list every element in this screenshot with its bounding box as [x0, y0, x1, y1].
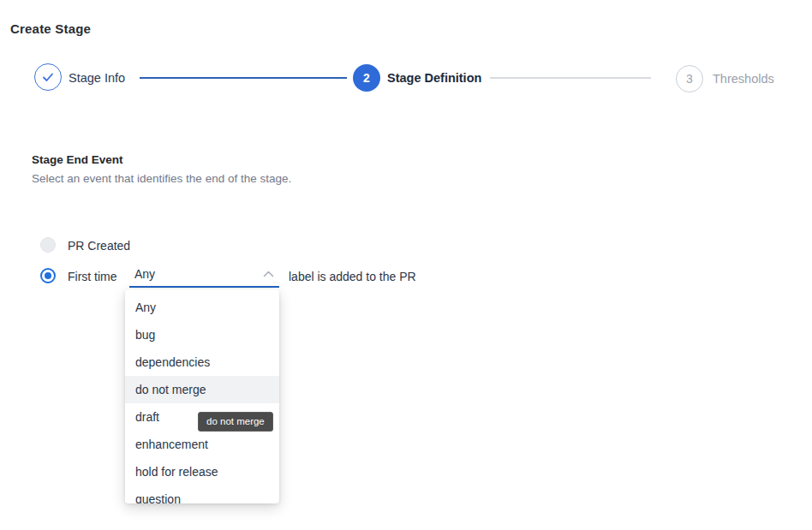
create-stage-dialog: Create Stage Stage Info 2 Stage Definiti…	[0, 0, 812, 530]
radio-first-time-label[interactable]: First time	[68, 270, 117, 283]
radio-first-time[interactable]	[40, 268, 56, 283]
chevron-up-icon[interactable]	[263, 271, 274, 277]
dropdown-option-hold-for-release[interactable]: hold for release	[125, 458, 279, 485]
step-thresholds-label[interactable]: Thresholds	[713, 72, 774, 86]
page-title: Create Stage	[10, 21, 91, 36]
tooltip-text: do not merge	[206, 416, 265, 426]
stepper-connector-upcoming	[490, 77, 651, 79]
section-heading: Stage End Event	[32, 153, 123, 166]
label-dropdown: Any bug dependencies do not merge draft …	[125, 289, 279, 503]
label-select-value: Any	[134, 267, 155, 281]
tooltip: do not merge	[198, 412, 273, 432]
radio-dot	[45, 272, 51, 279]
step-number: 2	[363, 71, 370, 85]
step-stage-info-indicator[interactable]	[34, 63, 62, 91]
step-stage-info-label[interactable]: Stage Info	[69, 71, 125, 85]
radio-pr-created[interactable]	[40, 237, 56, 253]
dropdown-option-do-not-merge[interactable]: do not merge	[125, 376, 279, 403]
radio-pr-created-label[interactable]: PR Created	[68, 239, 130, 253]
stepper-connector-complete	[140, 77, 347, 79]
dropdown-option-any[interactable]: Any	[125, 294, 279, 321]
dropdown-option-bug[interactable]: bug	[125, 321, 279, 348]
step-stage-definition-label[interactable]: Stage Definition	[387, 71, 481, 85]
dropdown-option-enhancement[interactable]: enhancement	[125, 431, 279, 458]
dropdown-option-dependencies[interactable]: dependencies	[125, 348, 279, 376]
check-icon	[42, 73, 54, 82]
first-time-suffix-label: label is added to the PR	[289, 270, 416, 283]
step-number: 3	[686, 72, 693, 86]
label-select[interactable]: Any	[129, 262, 279, 288]
section-description: Select an event that identifies the end …	[32, 172, 291, 185]
step-stage-definition-indicator[interactable]: 2	[353, 64, 380, 92]
step-thresholds-indicator[interactable]: 3	[676, 65, 703, 92]
dropdown-option-question[interactable]: question	[125, 485, 279, 503]
